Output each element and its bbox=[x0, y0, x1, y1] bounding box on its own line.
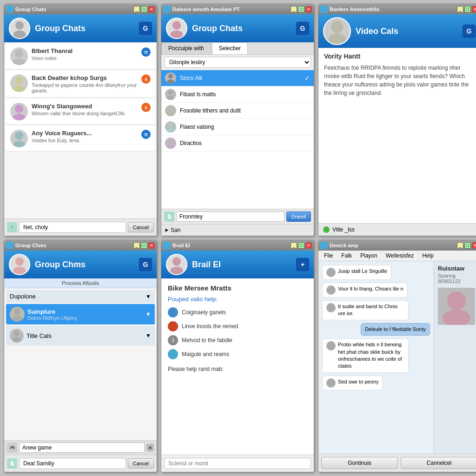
header-g-icon-2: G bbox=[296, 22, 309, 35]
window-group-chats-2: Dafeere winoth Amoliate PT _ □ ✕ Group C… bbox=[161, 4, 314, 236]
minimize-btn-3[interactable]: _ bbox=[457, 6, 463, 13]
list-item[interactable]: Suinplure Dotno Ridfnyn Utlpmy ▼ bbox=[6, 304, 155, 324]
input-fronmley[interactable] bbox=[176, 212, 284, 222]
member-name: Fosoblie tithers and dutlt bbox=[180, 107, 241, 114]
anew-game-input[interactable] bbox=[19, 443, 145, 453]
list-item[interactable]: Winng's Stangoweed Wincen valte ther ktu… bbox=[6, 99, 155, 125]
maximize-btn-1[interactable]: □ bbox=[141, 6, 147, 13]
list-item[interactable]: Flaest valsing bbox=[161, 119, 314, 135]
list-item[interactable]: Any Voice Ruguers... Voides fun Euly, le… bbox=[6, 126, 155, 152]
title-buttons-3: _ □ ✕ bbox=[457, 6, 476, 13]
content-title-3: Vority Hantt bbox=[324, 53, 475, 60]
close-btn-4[interactable]: ✕ bbox=[148, 242, 155, 249]
list-item[interactable]: Dupolone ▼ bbox=[6, 290, 155, 303]
close-btn-6[interactable]: ✕ bbox=[472, 242, 476, 249]
avatar bbox=[10, 47, 28, 65]
cancel-button-6[interactable]: Cannelcel bbox=[401, 457, 476, 469]
list-item[interactable]: Fosoblie tithers and dutlt bbox=[161, 103, 314, 119]
continue-button[interactable]: Gontinuis bbox=[321, 457, 398, 469]
avatar bbox=[165, 73, 176, 84]
close-btn-1[interactable]: ✕ bbox=[148, 6, 155, 13]
svg-point-15 bbox=[167, 96, 174, 100]
profile-status: Sparing 80965122 bbox=[438, 273, 476, 284]
title-buttons-1: _ □ ✕ bbox=[133, 6, 155, 13]
close-btn-2[interactable]: ✕ bbox=[305, 6, 312, 13]
avatar bbox=[165, 89, 176, 100]
list-item[interactable]: Back Deatter kchop Surgs Tonkappd te pap… bbox=[6, 71, 155, 98]
app-header-2: Group Chats G bbox=[161, 14, 314, 42]
tab-selecber[interactable]: Selecber bbox=[212, 42, 248, 54]
search-input-5[interactable] bbox=[164, 458, 311, 469]
message-input-1[interactable] bbox=[19, 222, 126, 233]
send-icon: ➤ bbox=[164, 227, 169, 233]
svg-point-26 bbox=[14, 309, 20, 315]
close-btn-5[interactable]: ✕ bbox=[305, 242, 312, 249]
process-label: Procesis Afluolis bbox=[62, 280, 99, 286]
list-item[interactable]: Sincs Alli ✓ bbox=[161, 70, 314, 86]
list-item[interactable]: Fibast ls matts bbox=[161, 86, 314, 103]
menu-wellesisfez[interactable]: Wellesisfez bbox=[382, 251, 417, 260]
message: Deleule to f flieduble Sonty bbox=[361, 323, 430, 336]
menu-flie[interactable]: Flie bbox=[320, 251, 337, 260]
chat-name: Blbert Thanral bbox=[32, 47, 138, 54]
msg-avatar bbox=[326, 285, 336, 295]
svg-point-16 bbox=[168, 106, 173, 111]
bottom-bar-1: ↑ Cancel bbox=[4, 218, 157, 236]
dropdown2-sub: Dotno Ridfnyn Utlpmy bbox=[27, 315, 143, 321]
message: Jusip stall Le Sirguille bbox=[322, 265, 391, 280]
chevron-down-icon: ▼ bbox=[145, 293, 151, 300]
menu-help[interactable]: Help bbox=[418, 251, 437, 260]
menu-playon[interactable]: Playon bbox=[357, 251, 381, 260]
maximize-btn-4[interactable]: □ bbox=[141, 242, 147, 249]
profile-name: Ruisnlaw bbox=[438, 265, 476, 272]
chat-preview: Wincen valte ther ktune doing liangetCif… bbox=[32, 111, 138, 116]
dneell-button[interactable]: Dneell bbox=[286, 212, 311, 222]
chat-preview: Voides fun Euly, lena. bbox=[32, 138, 138, 143]
maximize-btn-2[interactable]: □ bbox=[298, 6, 304, 13]
minimize-btn-6[interactable]: _ bbox=[457, 242, 463, 249]
header-plus-icon-5: + bbox=[296, 258, 309, 271]
bottom-bar-4b: 📄 Cancel bbox=[4, 455, 157, 472]
minimize-btn-2[interactable]: _ bbox=[291, 6, 297, 13]
title-text-1: Group Chats bbox=[15, 7, 46, 12]
svg-point-30 bbox=[172, 257, 181, 265]
member-name: Fibast ls matts bbox=[180, 91, 216, 98]
chat-name: Back Deatter kchop Surgs bbox=[32, 74, 138, 81]
tab-poccuiple[interactable]: Poccuiple with bbox=[161, 42, 211, 54]
app-icon-3 bbox=[320, 6, 328, 13]
minimize-btn-4[interactable]: _ bbox=[133, 242, 140, 249]
close-btn-3[interactable]: ✕ bbox=[472, 6, 476, 13]
header-g-icon-3: G bbox=[463, 25, 476, 38]
avatar bbox=[165, 138, 176, 149]
message: Vour lt lo thang, Choars lile n bbox=[322, 283, 408, 298]
title-text-5: Brail El bbox=[172, 243, 190, 248]
minimize-btn-5[interactable]: _ bbox=[291, 242, 297, 249]
window-brail-el: Brail El _ □ ✕ Brail El + Bike Mersee Mr… bbox=[161, 240, 314, 472]
help-item-text-2: Linve tnools the remed bbox=[182, 323, 238, 330]
maximize-btn-3[interactable]: □ bbox=[464, 6, 471, 13]
menu-bar-6: Flie Falk Playon Wellesisfez Help bbox=[318, 251, 476, 261]
list-item[interactable]: Title Cals ▼ bbox=[6, 326, 155, 345]
profile-picture bbox=[438, 288, 475, 325]
dropdown2-label: Suinplure bbox=[27, 308, 143, 315]
list-item[interactable]: Blbert Thanral Vooo coles π bbox=[6, 44, 155, 69]
svg-point-19 bbox=[167, 128, 174, 132]
cancel-button-1[interactable]: Cancel bbox=[128, 222, 154, 232]
group-dropdown[interactable]: Glisnple lesiiry bbox=[164, 57, 311, 68]
deal-samily-input[interactable] bbox=[19, 458, 126, 469]
maximize-btn-6[interactable]: □ bbox=[464, 242, 471, 249]
svg-point-25 bbox=[13, 267, 26, 274]
app-icon-1 bbox=[6, 6, 13, 13]
clear-icon[interactable]: ✕ bbox=[146, 444, 154, 451]
minimize-btn-1[interactable]: _ bbox=[133, 6, 140, 13]
avatar bbox=[165, 121, 176, 132]
title-bar-2: Dafeere winoth Amoliate PT _ □ ✕ bbox=[161, 4, 314, 14]
list-item[interactable]: Diractios bbox=[161, 135, 314, 152]
app-header-3: Video Cals G bbox=[318, 14, 476, 48]
help-item-icon-3: 3 bbox=[168, 335, 178, 345]
cancel-button-4[interactable]: Cancel bbox=[128, 458, 154, 469]
help-item-icon-2 bbox=[168, 321, 178, 331]
menu-falk[interactable]: Falk bbox=[337, 251, 356, 260]
maximize-btn-5[interactable]: □ bbox=[298, 242, 304, 249]
svg-point-21 bbox=[167, 145, 174, 149]
